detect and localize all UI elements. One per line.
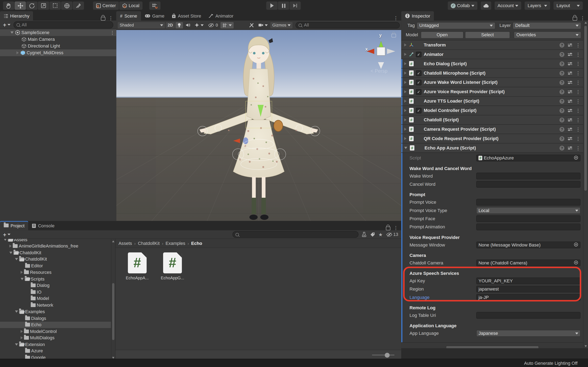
project-folder-examples[interactable]: Examples	[0, 309, 112, 315]
enabled-checkbox[interactable]: ✓	[416, 52, 422, 57]
auto-generate-lighting-button[interactable]: Auto Generate Lighting Off	[524, 360, 578, 366]
project-folder-modelcontrol[interactable]: ModelControl	[0, 328, 112, 334]
tab-project[interactable]: Project	[0, 221, 28, 230]
scene-viewport[interactable]: y x < Persp	[116, 30, 401, 221]
expand-arrow-icon[interactable]	[4, 239, 7, 241]
project-folder-scripts[interactable]: Scripts	[0, 276, 112, 282]
presets-icon[interactable]	[567, 90, 573, 94]
project-folder-azure[interactable]: Azure	[0, 348, 112, 354]
project-folder-resources[interactable]: Resources	[0, 269, 112, 276]
breadcrumb-item-examples[interactable]: Examples	[165, 241, 185, 246]
project-search-input[interactable]	[233, 231, 359, 238]
field-wake-word-input[interactable]	[476, 173, 581, 179]
kebab-menu-icon[interactable]: ⋮	[576, 127, 580, 132]
expand-arrow-icon[interactable]	[404, 137, 406, 140]
asset-zoom-slider[interactable]	[372, 355, 394, 355]
scene-audio-toggle[interactable]	[184, 22, 192, 28]
kebab-menu-icon[interactable]: ⋮	[576, 146, 580, 150]
field-prompt-voice-input[interactable]	[476, 199, 581, 206]
hierarchy-item-cygnet-mididress[interactable]: Cygnet_MidiDress	[0, 49, 116, 56]
scale-tool-button[interactable]	[38, 1, 49, 9]
help-icon[interactable]: ?	[559, 52, 564, 57]
kebab-menu-icon[interactable]: ⋮	[393, 225, 398, 230]
expand-arrow-icon[interactable]	[21, 336, 23, 340]
kebab-menu-icon[interactable]: ⋮	[576, 52, 580, 57]
help-icon[interactable]: ?	[559, 42, 564, 47]
component-header-echo-dialog-script[interactable]: #Echo Dialog (Script)?⋮	[401, 59, 584, 68]
hierarchy-item-directional-light[interactable]: Directional Light	[0, 43, 116, 49]
project-folder-multidialogs[interactable]: MultiDialogs	[0, 334, 112, 341]
scene-camera-dropdown[interactable]	[257, 22, 270, 28]
model-open-button[interactable]: Open	[421, 31, 463, 38]
search-by-label-icon[interactable]	[370, 232, 375, 237]
kebab-menu-icon[interactable]: ⋮	[576, 136, 580, 141]
persp-label[interactable]: < Persp	[371, 68, 388, 74]
scene-lighting-toggle[interactable]	[176, 22, 183, 28]
project-folder-dialog[interactable]: Dialog	[0, 282, 112, 289]
project-folder-dialogs[interactable]: Dialogs	[0, 315, 112, 322]
hierarchy-item-main-camera[interactable]: Main Camera	[0, 36, 116, 43]
field-prompt-face-input[interactable]	[476, 215, 581, 222]
project-folder-chatdollkit[interactable]: ChatdollKit	[0, 249, 112, 256]
layers-dropdown[interactable]: Layers	[525, 1, 550, 9]
kebab-menu-icon[interactable]: ⋮	[576, 89, 580, 94]
project-folder-echo[interactable]: Echo	[0, 322, 112, 328]
help-icon[interactable]: ?	[559, 71, 564, 75]
expand-arrow-icon[interactable]	[21, 330, 23, 333]
inspector-scrollbar[interactable]	[583, 21, 588, 348]
project-tree-scrollbar[interactable]	[111, 239, 115, 360]
transform-tool-button[interactable]	[61, 1, 72, 9]
field-api-key-input[interactable]: YOUR_API_KEY	[476, 277, 581, 284]
expand-arrow-icon[interactable]	[9, 245, 12, 248]
hierarchy-search-input[interactable]: All	[13, 21, 113, 28]
tab-hierarchy[interactable]: Hierarchy	[0, 11, 33, 21]
kebab-menu-icon[interactable]: ⋮	[393, 16, 398, 21]
component-header-chatdoll-script[interactable]: #Chatdoll (Script)?⋮	[401, 115, 584, 124]
lock-icon[interactable]	[386, 226, 390, 230]
tag-dropdown[interactable]: Untagged	[417, 22, 495, 29]
expand-arrow-icon[interactable]	[404, 147, 407, 149]
collab-dropdown[interactable]: ✓ Collab	[448, 1, 477, 9]
kebab-menu-icon[interactable]: ⋮	[576, 117, 580, 122]
scene-grid-dropdown[interactable]	[221, 22, 233, 28]
tab-inspector[interactable]: Inspector	[401, 11, 434, 21]
enabled-checkbox[interactable]: ✓	[416, 80, 422, 85]
project-folder-model[interactable]: Model	[0, 295, 112, 302]
hand-tool-button[interactable]	[3, 1, 14, 9]
project-folder-assets[interactable]: Assets	[0, 239, 112, 243]
component-header-model-controller-script[interactable]: #✓Model Controller (Script)?⋮	[401, 106, 584, 115]
expand-arrow-icon[interactable]	[17, 51, 19, 54]
hierarchy-item-samplescene[interactable]: SampleScene⋮	[0, 29, 116, 36]
help-icon[interactable]: ?	[559, 89, 564, 94]
presets-icon[interactable]	[567, 43, 573, 47]
asset-echoappa[interactable]: #EchoAppA...	[125, 252, 149, 280]
kebab-menu-icon[interactable]: ⋮	[108, 16, 113, 20]
field-script-input[interactable]: #EchoAppAzure	[476, 155, 581, 161]
cloud-button[interactable]	[481, 1, 491, 9]
tab-scene[interactable]: #Scene	[116, 11, 141, 21]
kebab-menu-icon[interactable]: ⋮	[576, 42, 580, 47]
scene-effects-dropdown[interactable]	[193, 22, 205, 28]
presets-icon[interactable]	[567, 52, 573, 57]
expand-arrow-icon[interactable]	[404, 81, 406, 84]
expand-arrow-icon[interactable]	[404, 43, 406, 47]
search-by-type-icon[interactable]	[362, 232, 367, 237]
help-icon[interactable]: ?	[559, 127, 564, 132]
component-header-qr-code-request-provider-script[interactable]: #QR Code Request Provider (Script)?⋮	[401, 134, 584, 143]
model-select-button[interactable]: Select	[465, 31, 510, 38]
expand-arrow-icon[interactable]	[404, 109, 406, 112]
field-language-input[interactable]: ja-JP	[476, 294, 581, 301]
pause-button[interactable]	[278, 1, 289, 9]
pivot-center-button[interactable]: Center	[93, 1, 119, 9]
breadcrumb-item-assets[interactable]: Assets	[118, 241, 132, 246]
field-message-window-input[interactable]: None (Message Window Base)	[476, 242, 581, 248]
tab-asset-store[interactable]: Asset Store	[168, 11, 205, 21]
gizmo-x-label[interactable]: x	[365, 47, 368, 52]
breadcrumb-item-echo[interactable]: Echo	[191, 241, 202, 246]
presets-icon[interactable]	[567, 108, 573, 113]
enabled-checkbox[interactable]: ✓	[416, 108, 422, 113]
component-header-azure-voice-request-provider-script[interactable]: #✓Azure Voice Request Provider (Script)?…	[401, 87, 584, 96]
viewport-lock-icon[interactable]	[392, 32, 396, 39]
kebab-menu-icon[interactable]: ⋮	[576, 80, 580, 85]
expand-arrow-icon[interactable]	[404, 62, 406, 65]
